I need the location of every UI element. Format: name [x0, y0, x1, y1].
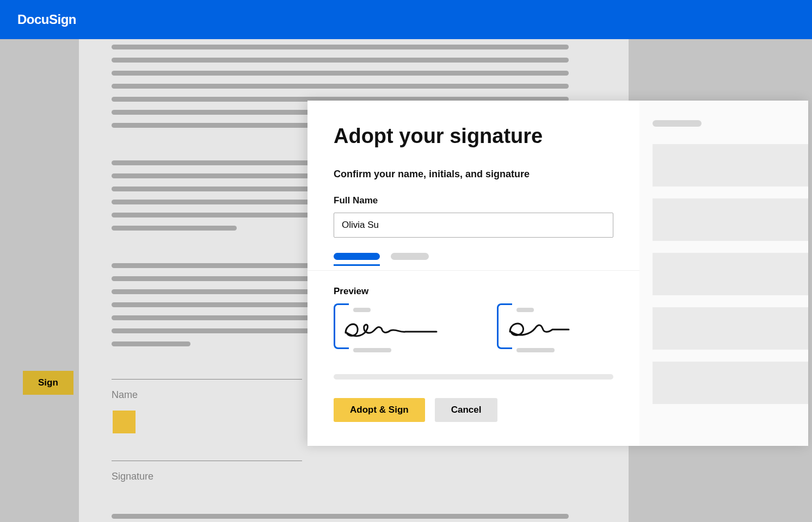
sidebar-option[interactable]	[653, 144, 808, 187]
tab-active-indicator	[334, 264, 380, 266]
full-name-label: Full Name	[334, 195, 613, 206]
disclosure-placeholder	[334, 374, 613, 380]
full-name-input[interactable]	[334, 213, 613, 238]
brand-logo: DocuSign	[17, 12, 76, 27]
signature-tabs	[334, 253, 613, 266]
sidebar-option[interactable]	[653, 362, 808, 404]
initials-glyph	[505, 316, 575, 340]
adopt-and-sign-button[interactable]: Adopt & Sign	[334, 398, 425, 422]
signature-target[interactable]	[113, 411, 136, 433]
text-placeholder	[112, 514, 569, 519]
tab-select-style[interactable]	[334, 253, 380, 260]
modal-sidebar	[639, 101, 808, 446]
app-header: DocuSign	[0, 0, 812, 39]
text-placeholder	[112, 226, 237, 231]
sign-here-tag[interactable]: Sign	[23, 371, 73, 395]
preview-label: Preview	[334, 286, 613, 297]
initials-preview[interactable]	[497, 308, 606, 352]
placeholder	[353, 348, 391, 352]
adopt-signature-modal: Adopt your signature Confirm your name, …	[307, 101, 808, 446]
cancel-button[interactable]: Cancel	[435, 398, 498, 422]
signature-preview[interactable]	[334, 308, 442, 352]
text-placeholder	[112, 84, 569, 89]
left-gutter: Sign	[0, 39, 79, 522]
signature-glyph	[341, 316, 439, 340]
divider	[307, 270, 639, 271]
text-placeholder	[112, 58, 569, 63]
sidebar-option[interactable]	[653, 307, 808, 350]
text-placeholder	[112, 71, 569, 76]
signature-bracket-icon	[334, 303, 349, 349]
modal-subtitle: Confirm your name, initials, and signatu…	[334, 169, 613, 180]
signature-bracket-icon	[497, 303, 512, 349]
text-placeholder	[112, 45, 569, 49]
sidebar-option[interactable]	[653, 253, 808, 295]
modal-title: Adopt your signature	[334, 125, 613, 148]
sidebar-option[interactable]	[653, 198, 808, 241]
signature-underline	[112, 461, 302, 461]
placeholder	[516, 348, 555, 352]
placeholder	[516, 308, 534, 312]
placeholder	[353, 308, 371, 312]
signature-field-label: Signature	[112, 471, 596, 482]
tab-draw[interactable]	[391, 253, 429, 260]
text-placeholder	[112, 341, 190, 346]
sidebar-heading-placeholder	[653, 120, 702, 127]
